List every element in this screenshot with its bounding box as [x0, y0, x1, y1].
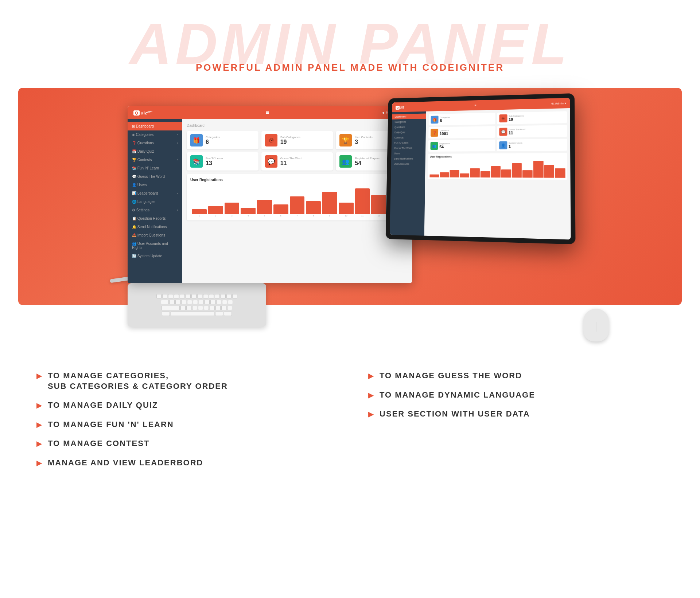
hero-subtitle: POWERFUL ADMIN PANEL MADE WITH CODEIGNIT… [0, 62, 700, 84]
arrow-icon-4: ▶ [36, 439, 42, 448]
tablet-bar-10 [533, 161, 544, 178]
bar-label-1: 2 [208, 215, 223, 217]
stat-cards-grid: 🎁 Categories 6 ♾ Sub Categories 19 [187, 131, 408, 171]
arrow-icon-6: ▶ [368, 371, 374, 380]
sidebar-item-users[interactable]: 👤 Users [128, 181, 182, 189]
feature-item-categories: ▶ TO MANAGE CATEGORIES,SUB CATEGORIES & … [36, 371, 332, 391]
tablet-card-system: 👤 System Users 1 [497, 139, 567, 151]
tablet-bar-7 [501, 169, 511, 178]
feature-text-leaderboard: MANAGE AND VIEW LEADERBORD [48, 458, 203, 468]
bar-0 [192, 209, 207, 214]
tablet-subcat-val: 19 [509, 117, 524, 122]
tablet-sidebar-questions[interactable]: Questions [392, 124, 426, 130]
sidebar-item-fun-learn[interactable]: 📚 Fun 'N' Learn [128, 164, 182, 172]
keyboard-row-3 [162, 306, 232, 310]
mockup-main-content: Dashboard 🎁 Categories 6 ♾ [182, 119, 412, 283]
bar-chart-labels: 12345678910111213 [190, 214, 404, 217]
bar-label-6: 7 [290, 215, 305, 217]
sidebar-item-settings[interactable]: ⚙ Settings› [128, 206, 182, 214]
tablet-sidebar-daily-quiz[interactable]: Daily Quiz [392, 129, 426, 135]
tablet-bar-1 [440, 172, 449, 177]
subcategories-value: 19 [280, 139, 330, 145]
tablet-main: 🎁 Categories 6 ♾ Sub Categories [424, 108, 571, 240]
tablet-bar-4 [470, 168, 480, 177]
categories-label: Categories [206, 136, 255, 139]
tablet-system-icon: 👤 [499, 141, 507, 149]
sidebar-item-question-reports[interactable]: 📋 Question Reports [128, 214, 182, 223]
tablet-outer-frame: Quiz ≡ Hi, Admin ▾ Dashboard Categories … [386, 93, 576, 244]
user-reg-title: User Registrations [190, 178, 404, 182]
sidebar-item-dashboard[interactable]: ⊞ Dashboard [128, 122, 182, 130]
bar-6 [290, 196, 305, 214]
bar-label-4: 5 [257, 215, 272, 217]
sidebar-item-categories[interactable]: ◈ Categories› [128, 130, 182, 139]
tablet-bar-3 [460, 173, 469, 177]
fun-learn-label: Fun 'N' Learn [206, 157, 255, 160]
feature-text-contest: TO MANAGE CONTEST [48, 438, 149, 449]
bar-label-5: 6 [273, 215, 288, 217]
tablet-hamburger-icon: ≡ [475, 103, 477, 107]
tablet-sidebar-users[interactable]: Users [391, 151, 425, 156]
sidebar-item-send-notif[interactable]: 🔔 Send Notifications [128, 223, 182, 231]
tablet-subcat-icon: ♾ [499, 114, 507, 122]
tablet-sidebar-user-rights[interactable]: User Accounts [391, 161, 425, 167]
registered-icon: 👥 [339, 155, 352, 168]
subcategories-icon: ♾ [265, 134, 277, 146]
bar-1 [208, 206, 223, 214]
tablet-sidebar-categories[interactable]: Categories [392, 119, 426, 125]
bar-4 [257, 200, 272, 214]
hamburger-icon[interactable]: ≡ [265, 109, 269, 116]
bar-9 [339, 203, 354, 214]
guess-word-value: 11 [280, 160, 330, 167]
tablet-sidebar-fun-learn[interactable]: Fun 'N' Learn [392, 140, 426, 145]
mockup-sidebar: ⊞ Dashboard ◈ Categories› ❓ Questions› 📅… [128, 119, 182, 283]
contests-icon: 🏆 [339, 134, 352, 146]
sidebar-item-import-questions[interactable]: 📥 Import Questions [128, 231, 182, 239]
sidebar-item-daily-quiz[interactable]: 📅 Daily Quiz [128, 147, 182, 156]
bar-8 [322, 192, 337, 214]
tablet-sidebar-guess-word[interactable]: Guess The Word [392, 145, 426, 151]
bar-label-8: 9 [322, 215, 337, 217]
tablet-sys-val: 1 [509, 144, 522, 148]
tablet-logo: Quiz [396, 105, 404, 109]
sidebar-item-questions[interactable]: ❓ Questions› [128, 139, 182, 147]
stat-card-categories: 🎁 Categories 6 [187, 131, 258, 149]
arrow-icon-7: ▶ [368, 391, 374, 399]
user-registrations-section: User Registrations 12345678910111213 [187, 174, 408, 220]
mockup-logo: QuizAPP [133, 110, 152, 116]
features-section: ▶ TO MANAGE CATEGORIES,SUB CATEGORIES & … [0, 349, 700, 490]
mouse-scroll-wheel [596, 322, 596, 332]
tablet-sidebar-contests[interactable]: Contests [392, 134, 426, 140]
arrow-icon-1: ▶ [36, 371, 42, 380]
sidebar-item-guess-word[interactable]: 💬 Guess The Word [128, 172, 182, 181]
sidebar-item-user-accounts[interactable]: 👥 User Accounts and Rights [128, 239, 182, 252]
tablet-screen: Quiz ≡ Hi, Admin ▾ Dashboard Categories … [390, 98, 571, 239]
keyboard-row-1 [156, 294, 237, 298]
tablet-bar-6 [491, 166, 501, 177]
sidebar-item-languages[interactable]: 🌐 Languages [128, 198, 182, 206]
tablet-reg-val: 54 [439, 145, 450, 149]
stat-card-subcategories: ♾ Sub Categories 19 [261, 131, 333, 149]
sidebar-item-contests[interactable]: 🏆 Contests› [128, 156, 182, 164]
bar-label-10: 11 [355, 215, 370, 217]
features-right: ▶ TO MANAGE GUESS THE WORD ▶ TO MANAGE D… [368, 371, 664, 468]
tablet-bar-0 [429, 174, 439, 177]
features-left: ▶ TO MANAGE CATEGORIES,SUB CATEGORIES & … [36, 371, 332, 468]
arrow-icon-5: ▶ [36, 458, 42, 467]
bar-label-3: 4 [241, 215, 256, 217]
tablet-sidebar-send-notif[interactable]: Send Notifications [391, 156, 425, 161]
keyboard [128, 283, 266, 327]
sidebar-item-system-update[interactable]: 🔄 System Update [128, 252, 182, 260]
feature-text-guess-word: TO MANAGE GUESS THE WORD [380, 371, 522, 381]
feature-text-daily-quiz: TO MANAGE DAILY QUIZ [48, 400, 158, 411]
sidebar-item-leaderboard[interactable]: 📊 Leaderboard› [128, 189, 182, 198]
guess-word-label: Guess The Word [280, 157, 330, 160]
stat-card-guess-word: 💬 Guess The Word 11 [261, 152, 333, 171]
feature-item-user-section: ▶ USER SECTION WITH USER DATA [368, 409, 664, 419]
bar-3 [241, 208, 256, 214]
display-area: QuizAPP ≡ ● Hi, Admin ▾ ⊞ Dashboard ◈ Ca… [18, 88, 682, 305]
tablet-cards-grid: 🎁 Categories 6 ♾ Sub Categories [428, 111, 567, 152]
tablet-bar-8 [512, 163, 522, 177]
tablet-guess-val: 11 [509, 130, 525, 135]
tablet-card-questions: ❓ Questions 1001 [428, 126, 495, 138]
